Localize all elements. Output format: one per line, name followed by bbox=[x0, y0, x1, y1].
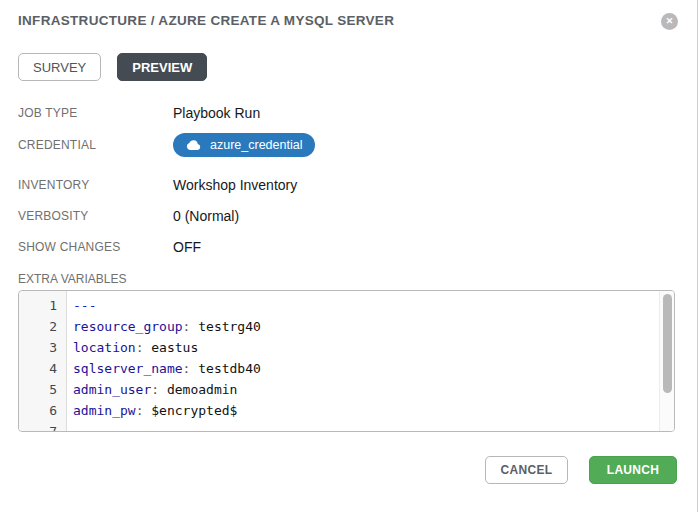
cloud-icon bbox=[186, 140, 201, 151]
job-type-label: JOB TYPE bbox=[18, 106, 173, 120]
close-glyph: ✕ bbox=[666, 17, 674, 26]
yaml-value: $encrypted$ bbox=[143, 403, 237, 418]
yaml-key: admin_user bbox=[73, 382, 151, 397]
code-lines: 1---2resource_group: testrg403location: … bbox=[19, 291, 674, 432]
tab-survey[interactable]: SURVEY bbox=[18, 53, 101, 81]
job-type-value: Playbook Run bbox=[173, 105, 260, 121]
show-changes-label: SHOW CHANGES bbox=[18, 240, 173, 254]
code-line: 6admin_pw: $encrypted$ bbox=[19, 400, 674, 421]
extra-variables-label: EXTRA VARIABLES bbox=[18, 272, 127, 286]
yaml-value: eastus bbox=[143, 340, 198, 355]
tab-preview[interactable]: PREVIEW bbox=[117, 53, 207, 81]
yaml-key: resource_group bbox=[73, 319, 183, 334]
verbosity-value: 0 (Normal) bbox=[173, 208, 239, 224]
tab-preview-label: PREVIEW bbox=[132, 60, 192, 75]
cancel-button[interactable]: CANCEL bbox=[485, 456, 568, 484]
launch-button[interactable]: LAUNCH bbox=[589, 456, 677, 484]
code-text: resource_group: testrg40 bbox=[66, 316, 261, 337]
credential-label: CREDENTIAL bbox=[18, 138, 173, 152]
job-preview-dialog: INFRASTRUCTURE / AZURE CREATE A MYSQL SE… bbox=[0, 0, 698, 512]
line-number: 7 bbox=[19, 421, 66, 432]
close-icon[interactable]: ✕ bbox=[661, 13, 678, 30]
code-text: sqlserver_name: testdb40 bbox=[66, 358, 261, 379]
code-line: 7 bbox=[19, 421, 674, 432]
yaml-key: location bbox=[73, 340, 136, 355]
detail-row-show-changes: SHOW CHANGES OFF bbox=[18, 238, 668, 255]
yaml-colon: : bbox=[151, 382, 159, 397]
yaml-key: admin_pw bbox=[73, 403, 136, 418]
detail-row-credential: CREDENTIAL azure_credential bbox=[18, 133, 668, 157]
editor-scrollbar-thumb[interactable] bbox=[663, 294, 672, 393]
tab-bar: SURVEY PREVIEW bbox=[18, 53, 207, 81]
inventory-label: INVENTORY bbox=[18, 178, 173, 192]
detail-row-verbosity: VERBOSITY 0 (Normal) bbox=[18, 207, 668, 224]
code-text bbox=[66, 421, 73, 432]
detail-row-job-type: JOB TYPE Playbook Run bbox=[18, 104, 668, 121]
detail-row-inventory: INVENTORY Workshop Inventory bbox=[18, 176, 668, 193]
yaml-key: sqlserver_name bbox=[73, 361, 183, 376]
line-number: 2 bbox=[19, 316, 66, 337]
extra-variables-editor[interactable]: 1---2resource_group: testrg403location: … bbox=[18, 290, 675, 432]
line-number: 4 bbox=[19, 358, 66, 379]
code-line: 4sqlserver_name: testdb40 bbox=[19, 358, 674, 379]
editor-scrollbar-track bbox=[659, 291, 674, 431]
code-text: admin_user: demoadmin bbox=[66, 379, 237, 400]
show-changes-value: OFF bbox=[173, 239, 201, 255]
credential-badge[interactable]: azure_credential bbox=[173, 133, 315, 157]
code-line: 5admin_user: demoadmin bbox=[19, 379, 674, 400]
code-line: 2resource_group: testrg40 bbox=[19, 316, 674, 337]
line-number: 6 bbox=[19, 400, 66, 421]
inventory-value: Workshop Inventory bbox=[173, 177, 297, 193]
code-line: 1--- bbox=[19, 295, 674, 316]
code-text: admin_pw: $encrypted$ bbox=[66, 400, 237, 421]
page-title: INFRASTRUCTURE / AZURE CREATE A MYSQL SE… bbox=[18, 13, 394, 28]
yaml-value: testrg40 bbox=[190, 319, 260, 334]
yaml-value: testdb40 bbox=[190, 361, 260, 376]
code-line: 3location: eastus bbox=[19, 337, 674, 358]
line-number: 3 bbox=[19, 337, 66, 358]
code-text: --- bbox=[66, 295, 96, 316]
yaml-key: --- bbox=[73, 298, 96, 313]
code-text: location: eastus bbox=[66, 337, 198, 358]
line-number: 5 bbox=[19, 379, 66, 400]
line-number: 1 bbox=[19, 295, 66, 316]
tab-survey-label: SURVEY bbox=[33, 60, 86, 75]
credential-badge-label: azure_credential bbox=[210, 138, 302, 152]
yaml-value: demoadmin bbox=[159, 382, 237, 397]
verbosity-label: VERBOSITY bbox=[18, 209, 173, 223]
